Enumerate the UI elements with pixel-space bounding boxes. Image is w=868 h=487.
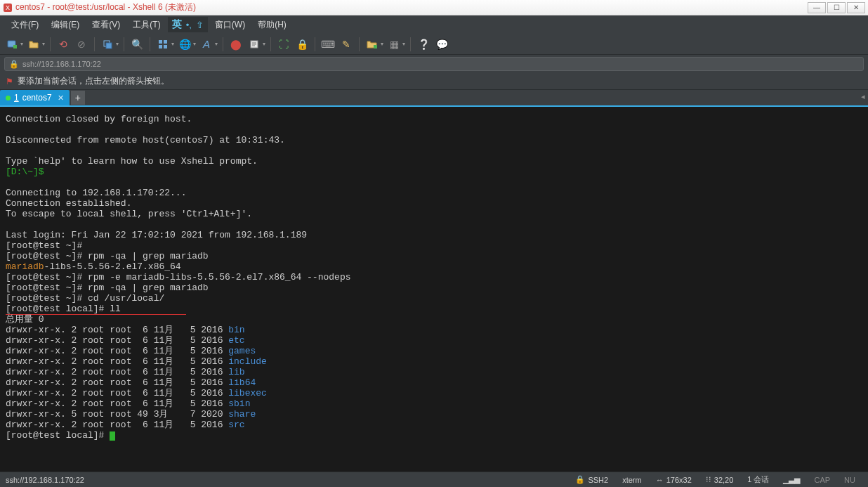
term-prompt: [root@test ~]# <box>6 240 82 251</box>
address-input[interactable]: 🔒 ssh://192.168.1.170:22 <box>4 57 864 71</box>
term-highlight: mariadb <box>6 261 44 272</box>
term-prompt: [root@test ~]# cd /usr/local/ <box>6 293 164 304</box>
term-line: Type `help' to learn how to use Xshell p… <box>6 156 258 167</box>
status-caps: CAP <box>807 476 837 484</box>
tabs-scroll-icon[interactable]: ◂ <box>861 92 865 101</box>
term-line: -libs-5.5.56-2.el7.x86_64 <box>44 261 181 272</box>
address-text: ssh://192.168.1.170:22 <box>22 60 101 68</box>
globe-icon[interactable]: 🌐 <box>177 37 192 52</box>
chat-icon[interactable]: 💬 <box>434 37 449 52</box>
dropdown-icon[interactable]: ▾ <box>402 41 405 47</box>
status-pos: ⁝⁝32,20 <box>699 475 741 484</box>
menu-help[interactable]: 帮助(H) <box>252 17 292 33</box>
keyboard-icon[interactable]: ⌨ <box>320 37 336 52</box>
tab-add-button[interactable]: + <box>71 91 85 105</box>
term-row: drwxr-xr-x. 2 root root 6 11月 5 2016 <box>6 388 228 398</box>
dropdown-icon[interactable]: ▾ <box>381 41 383 47</box>
tab-label: centos7 <box>22 93 52 103</box>
script-icon[interactable] <box>246 37 262 52</box>
term-row: drwxr-xr-x. 2 root root 6 11月 5 2016 <box>6 335 228 346</box>
font-icon[interactable]: A <box>199 37 214 52</box>
term-line: Connection established. <box>6 198 131 209</box>
copy-icon[interactable] <box>100 37 115 52</box>
grid-icon[interactable]: ▦ <box>386 37 402 52</box>
term-prompt: [root@test local]# <box>6 304 110 314</box>
term-line: To escape to local shell, press 'Ctrl+Al… <box>6 209 252 219</box>
term-row: drwxr-xr-x. 2 root root 6 11月 5 2016 <box>6 325 228 335</box>
menu-edit[interactable]: 编辑(E) <box>46 17 85 33</box>
status-sessions: 1 会话 <box>740 474 776 485</box>
reconnect-icon[interactable]: ⟲ <box>55 37 71 52</box>
dropdown-icon[interactable]: ▾ <box>42 41 45 47</box>
pos-icon: ⁝⁝ <box>706 475 711 484</box>
new-folder-icon[interactable] <box>364 37 380 52</box>
svg-rect-3 <box>13 45 17 48</box>
open-folder-icon[interactable] <box>26 37 41 52</box>
dropdown-icon[interactable]: ▾ <box>193 41 196 47</box>
term-prompt: [root@test ~]# rpm -qa | grep mariadb <box>6 251 209 261</box>
status-protocol: 🔒SSH2 <box>568 475 615 484</box>
dropdown-icon[interactable]: ▾ <box>116 41 119 47</box>
term-row: drwxr-xr-x. 2 root root 6 11月 5 2016 <box>6 356 228 367</box>
panels-icon[interactable] <box>155 37 171 52</box>
dir-name: lib <box>228 367 244 377</box>
dropdown-icon[interactable]: ▾ <box>171 41 174 47</box>
ime-indicator[interactable]: 英 •, ⇧ <box>168 17 208 32</box>
term-line: Connection closed by foreign host. <box>6 114 192 124</box>
terminal-output[interactable]: Connection closed by foreign host. Disco… <box>0 107 868 472</box>
term-local-prompt: [D:\~]$ <box>6 167 44 177</box>
term-line: Disconnected from remote host(centos7) a… <box>6 135 285 145</box>
record-icon[interactable]: ⬤ <box>228 37 244 52</box>
menu-tools[interactable]: 工具(T) <box>127 17 166 33</box>
toolbar: ▾ ▾ ⟲ ⊘ ▾ 🔍 ▾ 🌐▾ A▾ ⬤ ▾ ⛶ 🔒 ⌨ ✎ ▾ ▦▾ ❔ 💬 <box>0 34 868 55</box>
help-icon[interactable]: ❔ <box>416 37 431 52</box>
dir-name: lib64 <box>228 377 256 388</box>
tab-close-icon[interactable]: ✕ <box>58 93 64 103</box>
menu-file[interactable]: 文件(F) <box>6 17 44 33</box>
svg-rect-8 <box>159 45 162 48</box>
disconnect-icon[interactable]: ⊘ <box>74 37 89 52</box>
svg-rect-6 <box>159 40 162 44</box>
dir-name: share <box>228 409 256 420</box>
window-title: centos7 - root@test:/usr/local - Xshell … <box>15 1 808 13</box>
status-speed-icon: ▁▃▅ <box>776 475 807 484</box>
dir-name: etc <box>228 335 244 346</box>
menu-window[interactable]: 窗口(W) <box>209 17 251 33</box>
term-prompt: [root@test local]# <box>6 430 110 441</box>
dropdown-icon[interactable]: ▾ <box>20 41 23 47</box>
minimize-button[interactable]: — <box>808 2 826 13</box>
tab-index: 1 <box>14 93 19 103</box>
ime-char: 英 <box>172 18 182 31</box>
term-line: 总用量 0 <box>6 314 44 325</box>
menu-view[interactable]: 查看(V) <box>86 17 126 33</box>
maximize-button[interactable]: ☐ <box>827 2 846 13</box>
size-icon: ↔ <box>656 476 664 484</box>
ime-up-icon: ⇧ <box>196 20 204 30</box>
status-num: NU <box>837 476 862 484</box>
dir-name: bin <box>228 325 244 335</box>
svg-rect-11 <box>374 45 377 48</box>
term-row: drwxr-xr-x. 2 root root 6 11月 5 2016 <box>6 377 228 388</box>
term-row: drwxr-xr-x. 5 root root 49 3月 7 2020 <box>6 409 228 420</box>
ime-dot-icon: •, <box>186 20 192 30</box>
dir-name: sbin <box>228 398 250 409</box>
dropdown-icon[interactable]: ▾ <box>263 41 265 47</box>
svg-rect-5 <box>106 43 112 48</box>
term-line: Last login: Fri Jan 22 17:02:10 2021 fro… <box>6 230 307 240</box>
window-controls: — ☐ ✕ <box>808 2 865 13</box>
term-prompt: [root@test ~]# rpm -qa | grep mariadb <box>6 283 209 293</box>
new-session-icon[interactable] <box>4 37 20 52</box>
dir-name: include <box>228 356 267 367</box>
tab-centos7[interactable]: 1 centos7 ✕ <box>0 90 70 105</box>
term-prompt: [root@test ~]# rpm -e mariadb-libs-5.5.5… <box>6 272 350 283</box>
lock-icon[interactable]: 🔒 <box>294 37 310 52</box>
highlight-icon[interactable]: ✎ <box>338 37 354 52</box>
close-button[interactable]: ✕ <box>847 2 865 13</box>
dropdown-icon[interactable]: ▾ <box>215 41 218 47</box>
fullscreen-icon[interactable]: ⛶ <box>276 37 291 52</box>
search-icon[interactable]: 🔍 <box>129 37 145 52</box>
status-term: xterm <box>615 476 649 484</box>
term-row: drwxr-xr-x. 2 root root 6 11月 5 2016 <box>6 398 228 409</box>
hint-text: 要添加当前会话，点击左侧的箭头按钮。 <box>18 75 169 87</box>
window-title-bar: X centos7 - root@test:/usr/local - Xshel… <box>0 0 868 15</box>
